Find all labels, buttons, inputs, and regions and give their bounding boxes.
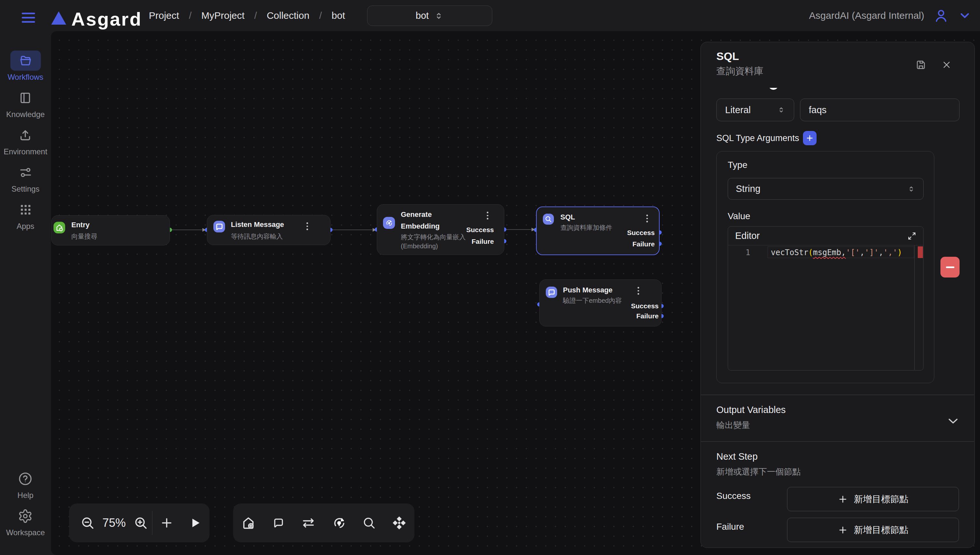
grid-icon — [19, 203, 32, 217]
node-menu-button[interactable] — [487, 212, 488, 220]
sidebar-item-workspace[interactable]: Workspace — [6, 506, 45, 537]
next-step-failure-label: Failure — [717, 521, 744, 532]
scrolled-content-clip — [701, 88, 975, 94]
breadcrumb-separator: / — [319, 10, 322, 21]
plus-icon — [805, 134, 814, 142]
close-panel-button[interactable] — [942, 60, 951, 69]
zoom-level: 75% — [99, 516, 129, 530]
add-message-node-button[interactable] — [272, 516, 286, 530]
sidebar-nav: Workflows Knowledge Environment Settings… — [0, 31, 51, 555]
sidebar-item-help[interactable]: Help — [10, 469, 40, 500]
search-node-button[interactable] — [362, 516, 376, 530]
breadcrumb-separator: / — [254, 10, 257, 21]
menu-hamburger-button[interactable] — [22, 13, 35, 23]
search-icon — [545, 215, 552, 223]
code-token: ']' — [864, 248, 879, 257]
divider — [701, 395, 974, 395]
editor-body[interactable]: 1 vecToStr(msgEmb,'[',']',',') — [728, 245, 923, 370]
sidebar-item-settings[interactable]: Settings — [10, 162, 41, 194]
arg-type-value: String — [736, 183, 760, 194]
add-target-node-success-button[interactable]: 新增目標節點 — [787, 487, 959, 511]
panel-title: SQL — [717, 50, 739, 63]
node-generate-embedding[interactable]: Generate Embedding 將文字轉化為向量嵌入 (Embedding… — [377, 204, 504, 255]
plus-icon — [838, 494, 848, 504]
port-success-label[interactable]: Success — [631, 302, 659, 310]
output-variables-subtitle: 輸出變量 — [717, 420, 750, 431]
param-type-value: Literal — [725, 105, 751, 115]
home-plus-icon — [55, 223, 64, 232]
node-entry[interactable]: Entry 向量搜尋 — [51, 215, 170, 245]
sidebar-icon-tile — [10, 51, 41, 71]
node-menu-button[interactable] — [307, 222, 308, 230]
app-logo[interactable]: Asgard — [51, 10, 142, 29]
logo-triangle-icon — [51, 11, 66, 25]
breadcrumb-myproject[interactable]: MyProject — [201, 10, 244, 21]
port-success-label[interactable]: Success — [466, 226, 494, 234]
hamburger-line — [22, 21, 35, 23]
breadcrumb-bot[interactable]: bot — [332, 10, 345, 21]
user-menu[interactable]: AsgardAI (Asgard Internal) — [809, 0, 972, 31]
sidebar-item-workflows[interactable]: Workflows — [8, 51, 43, 82]
port-failure-label[interactable]: Failure — [472, 237, 494, 245]
port-failure-label[interactable]: Failure — [636, 312, 659, 320]
node-menu-button[interactable] — [646, 215, 648, 222]
param-type-select[interactable]: Literal — [717, 99, 794, 121]
add-argument-button[interactable] — [803, 131, 816, 145]
argument-card: Type String Value Editor 1 vecToStr(msgE… — [717, 151, 934, 383]
run-workflow-button[interactable] — [181, 516, 209, 530]
breadcrumb-collection[interactable]: Collection — [267, 10, 309, 21]
listen-node-icon — [214, 221, 225, 233]
output-variables-toggle[interactable] — [946, 414, 960, 428]
editor-ruler — [914, 245, 915, 370]
move-canvas-button[interactable] — [391, 515, 407, 531]
add-target-node-failure-button[interactable]: 新增目標節點 — [787, 518, 959, 542]
user-name: AsgardAI (Asgard Internal) — [809, 10, 924, 21]
node-push-message[interactable]: Push Message 驗證一下embed內容 Success Failure — [539, 279, 662, 326]
push-node-icon — [546, 287, 557, 298]
node-listen-message[interactable]: Listen Message 等待訊息內容輸入 — [207, 215, 331, 245]
port-success-label[interactable]: Success — [627, 229, 655, 237]
save-button[interactable] — [916, 59, 927, 71]
breadcrumb-project[interactable]: Project — [149, 10, 179, 21]
breadcrumb: Project/ MyProject/ Collection/ bot — [149, 0, 345, 31]
logo-wordmark: Asgard — [71, 10, 142, 29]
plus-icon — [159, 516, 174, 530]
add-embedding-node-button[interactable] — [331, 515, 347, 531]
chevron-down-icon — [946, 414, 960, 428]
sidebar-item-knowledge[interactable]: Knowledge — [6, 88, 45, 119]
remove-argument-button[interactable] — [940, 257, 959, 278]
add-target-node-label: 新增目標節點 — [854, 493, 908, 505]
sidebar-icon-tile — [10, 162, 41, 183]
sidebar-item-apps[interactable]: Apps — [10, 200, 41, 231]
bulb-refresh-icon — [331, 515, 347, 531]
top-bar: Asgard Project/ MyProject/ Collection/ b… — [0, 0, 980, 31]
help-circle-icon — [18, 472, 33, 486]
embedding-node-icon — [383, 217, 395, 229]
zoom-in-button[interactable] — [129, 515, 152, 530]
param-value-input[interactable] — [800, 99, 959, 121]
node-menu-button[interactable] — [638, 287, 639, 295]
port-failure-label[interactable]: Failure — [632, 240, 655, 248]
arg-type-select[interactable]: String — [728, 178, 924, 200]
code-token: ( — [808, 248, 813, 257]
line-number: 1 — [745, 248, 750, 257]
add-entry-node-button[interactable] — [241, 515, 256, 531]
workflow-select-value: bot — [416, 10, 429, 21]
save-icon — [916, 59, 927, 71]
next-step-subtitle: 新增或選擇下一個節點 — [717, 466, 801, 478]
node-sql[interactable]: SQL 查詢資料庫加條件 Success Failure — [536, 207, 660, 255]
editor-title: Editor — [735, 231, 760, 241]
expand-icon[interactable] — [908, 232, 916, 240]
args-row: SQL Type Arguments — [717, 131, 816, 145]
workflow-select[interactable]: bot — [367, 5, 492, 26]
code-editor[interactable]: Editor 1 vecToStr(msgEmb,'[',']',',') — [728, 226, 924, 371]
add-swap-node-button[interactable] — [300, 515, 316, 531]
param-row: Literal — [717, 99, 959, 121]
unfold-chevrons-icon — [777, 106, 786, 114]
sql-node-icon — [543, 213, 554, 225]
sidebar-item-environment[interactable]: Environment — [3, 125, 47, 156]
next-step-success-label: Success — [717, 491, 751, 501]
zoom-out-button[interactable] — [76, 515, 99, 530]
add-node-button[interactable] — [153, 516, 181, 530]
close-icon — [942, 60, 951, 69]
